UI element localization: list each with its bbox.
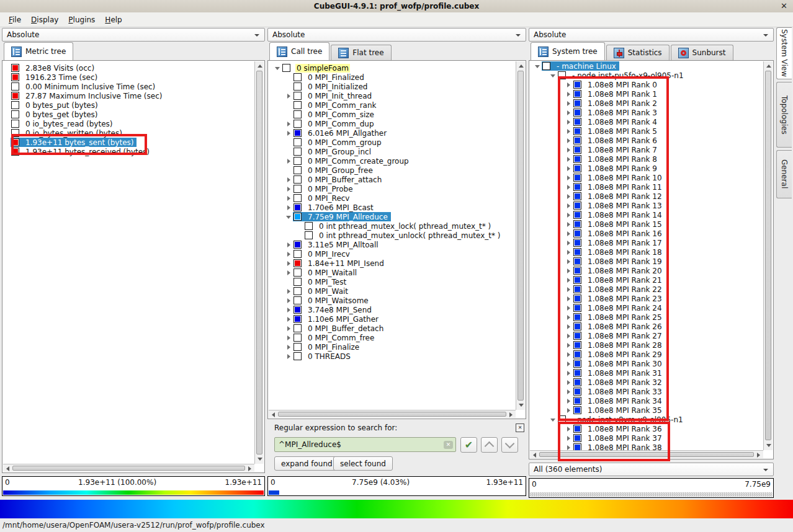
vertical-scrollbar[interactable] [254,61,264,464]
expand-icon[interactable] [285,175,293,184]
expand-icon[interactable] [565,378,573,386]
tree-row[interactable]: 0 MPI_Irecv [269,249,516,259]
tab-system-tree[interactable]: System tree [531,42,605,60]
vertical-scrollbar[interactable] [763,61,773,450]
scroll-right-arrow[interactable] [248,466,251,471]
tree-row[interactable]: 1.70e6 MPI_Bcast [269,203,516,212]
tree-row[interactable]: 3.74e8 MPI_Send [269,305,516,314]
scroll-down-arrow[interactable] [258,458,262,461]
expand-icon[interactable] [285,343,293,351]
tree-row[interactable]: 1.08e8 MPI Rank 34 [530,396,763,406]
expand-icon[interactable] [565,360,573,368]
scroll-up-arrow[interactable] [766,64,771,68]
tree-row[interactable]: 1916.23 Time (sec) [3,73,254,82]
expand-icon[interactable] [565,81,573,89]
horizontal-scrollbar[interactable] [269,410,516,418]
expand-icon[interactable] [285,203,293,211]
expand-icon[interactable] [565,332,573,340]
expand-icon[interactable] [565,276,573,284]
tree-row[interactable]: 1.08e8 MPI Rank 26 [530,322,763,331]
tree-row[interactable]: 1.08e8 MPI Rank 38 [530,443,763,450]
tree-row[interactable]: 1.08e8 MPI Rank 37 [530,433,763,443]
tree-row[interactable]: 1.08e8 MPI Rank 1 [530,89,763,99]
tree-row[interactable]: 0 MPI_Init_thread [269,91,516,100]
tree-row[interactable]: 0 simpleFoam [269,63,516,73]
expand-icon[interactable] [285,259,293,267]
tree-row[interactable]: 0.00 Minimum Inclusive Time (sec) [3,82,254,91]
tree-row[interactable]: 1.08e8 MPI Rank 24 [530,303,763,313]
expand-icon[interactable] [565,136,573,144]
tree-row[interactable]: 1.08e8 MPI Rank 14 [530,210,763,219]
search-next-button[interactable] [501,437,518,453]
expand-icon[interactable] [565,285,573,293]
tree-row[interactable]: 1.08e8 MPI Rank 12 [530,192,763,201]
expand-icon[interactable] [565,434,573,442]
collapse-icon[interactable] [285,213,293,221]
scroll-left-arrow[interactable] [272,412,275,417]
expand-icon[interactable] [285,92,293,100]
tree-row[interactable]: 0 MPI_Comm_free [269,333,516,342]
collapse-icon[interactable] [549,71,557,79]
tree-row[interactable]: 1.08e8 MPI Rank 23 [530,294,763,303]
expand-icon[interactable] [565,248,573,256]
tree-row[interactable]: 0 MPI_Comm_rank [269,100,516,110]
expand-icon[interactable] [285,334,293,342]
tree-row[interactable]: 0 MPI_Initialized [269,82,516,91]
expand-icon[interactable] [285,268,293,277]
tree-row[interactable]: 0 MPI_Buffer_detach [269,324,516,333]
tree-row[interactable]: 2.83e8 Visits (occ) [3,63,254,73]
tree-row[interactable]: 1.10e6 MPI_Gather [269,314,516,324]
tree-row[interactable]: 1.08e8 MPI Rank 11 [530,182,763,192]
tree-row[interactable]: 0 MPI_Buffer_attach [269,175,516,184]
expand-icon[interactable] [565,369,573,377]
tree-row[interactable]: 1.08e8 MPI Rank 7 [530,145,763,154]
splitter-handle[interactable]: ······ [633,456,651,463]
tree-row[interactable]: 1.08e8 MPI Rank 20 [530,266,763,275]
tab-flat-tree[interactable]: Flat tree [331,45,391,60]
tree-row[interactable]: 0 bytes_get (bytes) [3,110,254,119]
tab-call-tree[interactable]: Call tree [269,42,329,60]
expand-icon[interactable] [565,127,573,135]
expand-icon[interactable] [565,350,573,358]
select-found-button[interactable]: select found [333,456,393,471]
scroll-down-arrow[interactable] [766,444,771,447]
scroll-right-arrow[interactable] [509,412,513,417]
expand-icon[interactable] [565,229,573,237]
expand-icon[interactable] [565,443,573,450]
tree-row[interactable]: 0 MPI_Finalize [269,342,516,352]
tree-row[interactable]: 1.08e8 MPI Rank 33 [530,387,763,396]
tree-row[interactable]: 1.08e8 MPI Rank 17 [530,238,763,247]
tree-row[interactable]: 0 int pthread_mutex_unlock( pthread_mute… [269,231,516,240]
tree-row[interactable]: 1.08e8 MPI Rank 8 [530,154,763,164]
vertical-scrollbar[interactable] [516,61,525,410]
search-input[interactable] [274,437,456,452]
expand-icon[interactable] [285,306,293,314]
menu-help[interactable]: Help [100,14,127,26]
tree-row[interactable]: 0 int pthread_mutex_lock( pthread_mutex_… [269,221,516,231]
tree-row[interactable]: 27.87 Maximum Inclusive Time (sec) [3,91,254,100]
expand-icon[interactable] [565,174,573,182]
tree-row[interactable]: 1.08e8 MPI Rank 18 [530,247,763,257]
expand-icon[interactable] [565,295,573,303]
scroll-left-arrow[interactable] [6,466,9,471]
tree-row[interactable]: 0 io_bytes_read (bytes) [3,119,254,128]
menu-display[interactable]: Display [26,14,63,26]
tree-row[interactable]: 1.08e8 MPI Rank 31 [530,368,763,378]
expand-icon[interactable] [565,406,573,414]
tree-row[interactable]: 1.08e8 MPI Rank 4 [530,117,763,126]
tree-row[interactable]: 1.93e+11 bytes_received (bytes) [3,147,254,156]
expand-icon[interactable] [565,322,573,330]
tree-row[interactable]: 1.08e8 MPI Rank 19 [530,257,763,266]
tree-row[interactable]: 1.08e8 MPI Rank 0 [530,80,763,89]
tree-row[interactable]: 0 THREADS [269,352,516,361]
expand-icon[interactable] [565,202,573,210]
expand-icon[interactable] [285,352,293,360]
expand-icon[interactable] [285,287,293,295]
tree-row[interactable]: 3.11e5 MPI_Alltoall [269,240,516,249]
scroll-right-arrow[interactable] [757,453,760,458]
tree-row[interactable]: 0 MPI_Waitall [269,268,516,277]
search-previous-button[interactable] [481,437,498,453]
tab-metric-tree[interactable]: Metric tree [4,42,73,60]
system-filter-combobox[interactable]: All (360 elements) [529,463,774,476]
expand-icon[interactable] [285,194,293,202]
